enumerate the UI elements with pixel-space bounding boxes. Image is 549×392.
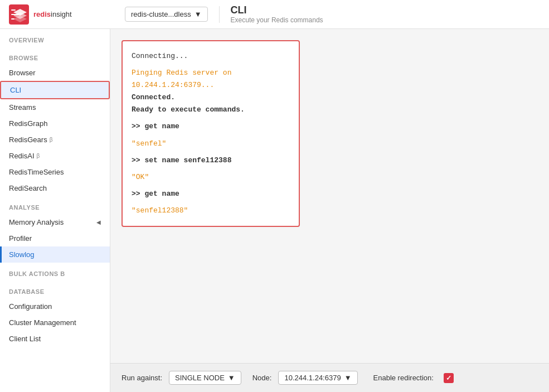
sidebar-item-browser[interactable]: Browser xyxy=(0,65,110,81)
bulk-actions-section-label: BULK ACTIONS β xyxy=(0,263,110,280)
logo-text: redisinsight xyxy=(33,10,72,18)
bottom-bar: Run against: SINGLE NODE ▼ Node: 10.244.… xyxy=(110,363,549,392)
sidebar-item-profiler[interactable]: Profiler xyxy=(0,230,110,246)
run-against-value: SINGLE NODE xyxy=(175,374,225,382)
logo-area: redisinsight xyxy=(9,4,119,25)
cli-line-pinging: Pinging Redis server on 10.244.1.24:6379… xyxy=(132,67,290,91)
cli-line-cmd3: >> get name xyxy=(132,188,290,200)
redis-logo-icon xyxy=(9,4,29,25)
sidebar-item-cli[interactable]: CLI xyxy=(0,81,110,99)
sidebar-item-redistimeseries[interactable]: RedisTimeSeries xyxy=(0,164,110,180)
top-header: redisinsight redis-cluste...dless ▼ CLI … xyxy=(0,0,549,29)
sidebar: OVERVIEW BROWSE Browser CLI Streams Redi… xyxy=(0,29,110,392)
enable-redirection-checkbox[interactable] xyxy=(444,373,454,383)
run-against-chevron-icon: ▼ xyxy=(228,374,235,382)
node-dropdown[interactable]: 10.244.1.24:6379 ▼ xyxy=(278,371,357,385)
sidebar-item-client-list-label: Client List xyxy=(9,335,41,343)
sidebar-item-memory-analysis[interactable]: Memory Analysis ◀ xyxy=(0,214,110,230)
sidebar-item-configuration[interactable]: Configuration xyxy=(0,298,110,314)
node-value: 10.244.1.24:6379 xyxy=(284,374,341,382)
redisgears-badge: β xyxy=(50,137,53,143)
cli-blank-7 xyxy=(132,200,290,205)
cli-line-cmd2: >> set name senfel12388 xyxy=(132,154,290,167)
run-against-label: Run against: xyxy=(122,374,162,382)
run-against-dropdown[interactable]: SINGLE NODE ▼ xyxy=(169,371,241,385)
sidebar-item-configuration-label: Configuration xyxy=(9,302,52,311)
cli-line-result1: "senfel" xyxy=(132,138,290,150)
cli-workspace: Connecting... Pinging Redis server on 10… xyxy=(110,29,549,363)
enable-redirection-label: Enable redirection: xyxy=(373,374,434,382)
analyse-section-label: ANALYSE xyxy=(0,196,110,214)
browse-section-label: BROWSE xyxy=(0,47,110,65)
sidebar-item-cli-label: CLI xyxy=(10,86,21,94)
cli-blank-6 xyxy=(132,183,290,188)
sidebar-item-cluster-management[interactable]: Cluster Management xyxy=(0,314,110,331)
sidebar-item-redisgears-label: RedisGears xyxy=(9,135,47,144)
sidebar-item-streams[interactable]: Streams xyxy=(0,99,110,115)
cli-blank-1 xyxy=(132,62,290,67)
cli-terminal: Connecting... Pinging Redis server on 10… xyxy=(122,40,300,227)
sidebar-item-browser-label: Browser xyxy=(9,69,36,77)
page-title: CLI xyxy=(231,4,323,16)
sidebar-item-slowlog[interactable]: Slowlog xyxy=(0,246,110,263)
db-selector[interactable]: redis-cluste...dless ▼ xyxy=(125,7,208,22)
logo-redis: redis xyxy=(33,10,51,18)
sidebar-item-client-list[interactable]: Client List xyxy=(0,331,110,347)
cli-blank-3 xyxy=(132,133,290,138)
cli-blank-2 xyxy=(132,116,290,120)
memory-analysis-arrow-icon: ◀ xyxy=(96,219,101,225)
cli-line-result3: "senfel12388" xyxy=(132,205,290,217)
db-selector-chevron: ▼ xyxy=(195,10,202,18)
cli-blank-4 xyxy=(132,150,290,154)
database-section-label: DATABASE xyxy=(0,280,110,298)
sidebar-item-redisearch[interactable]: RediSearch xyxy=(0,180,110,196)
bulk-actions-badge: β xyxy=(60,270,65,277)
content-area: Connecting... Pinging Redis server on 10… xyxy=(110,29,549,392)
logo-insight: insight xyxy=(51,10,72,18)
cli-blank-5 xyxy=(132,167,290,171)
page-subtitle: Execute your Redis commands xyxy=(231,16,323,24)
sidebar-item-redisgears[interactable]: RedisGears β xyxy=(0,132,110,148)
redisai-badge: β xyxy=(37,153,40,159)
sidebar-item-redistimeseries-label: RedisTimeSeries xyxy=(9,168,64,176)
sidebar-item-redisai[interactable]: RedisAI β xyxy=(0,148,110,164)
node-chevron-icon: ▼ xyxy=(344,374,352,382)
db-name-label: redis-cluste...dless xyxy=(131,10,191,18)
overview-section-label: OVERVIEW xyxy=(0,29,110,47)
bulk-actions-label: BULK ACTIONS xyxy=(9,270,59,277)
svg-rect-1 xyxy=(11,9,16,11)
sidebar-item-slowlog-label: Slowlog xyxy=(9,250,35,259)
main-layout: OVERVIEW BROWSE Browser CLI Streams Redi… xyxy=(0,29,549,392)
sidebar-item-profiler-label: Profiler xyxy=(9,234,32,243)
cli-line-ready: Ready to execute commands. xyxy=(132,104,290,116)
cli-line-cmd1: >> get name xyxy=(132,120,290,133)
page-title-area: CLI Execute your Redis commands xyxy=(231,4,323,24)
sidebar-item-memory-analysis-label: Memory Analysis xyxy=(9,218,64,226)
sidebar-item-redisgraph[interactable]: RedisGraph xyxy=(0,115,110,132)
sidebar-item-redisearch-label: RediSearch xyxy=(9,184,47,192)
sidebar-item-streams-label: Streams xyxy=(9,103,36,112)
cli-line-connecting: Connecting... xyxy=(132,50,290,62)
cli-line-result2: "OK" xyxy=(132,171,290,183)
node-label: Node: xyxy=(252,374,272,382)
sidebar-item-redisai-label: RedisAI xyxy=(9,152,35,160)
cli-line-connected: Connected. xyxy=(132,91,290,104)
sidebar-item-cluster-management-label: Cluster Management xyxy=(9,318,76,327)
sidebar-item-redisgraph-label: RedisGraph xyxy=(9,119,47,128)
header-divider xyxy=(219,6,220,23)
